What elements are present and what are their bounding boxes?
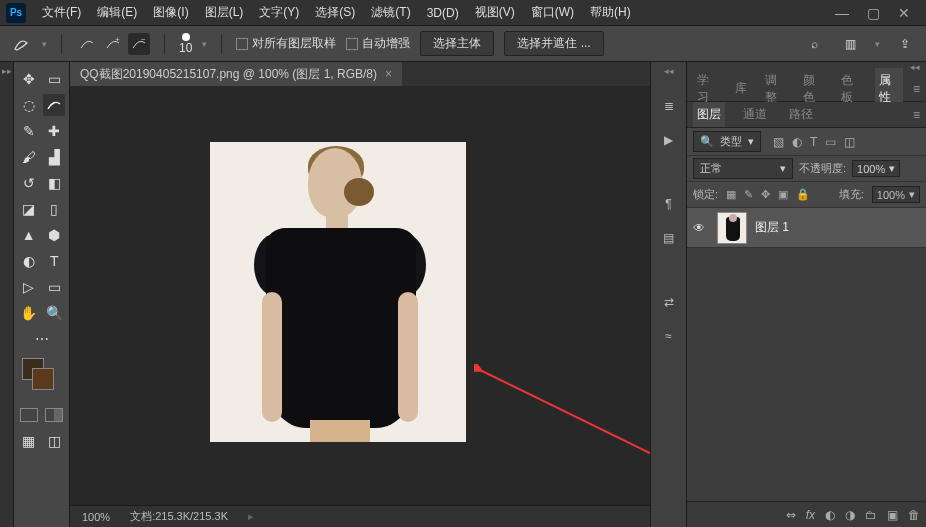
menu-layer[interactable]: 图层(L) xyxy=(197,0,252,25)
history-panel-icon[interactable]: ≣ xyxy=(659,96,679,116)
zoom-value[interactable]: 100% xyxy=(82,511,110,523)
close-button[interactable]: ✕ xyxy=(898,5,910,21)
menu-help[interactable]: 帮助(H) xyxy=(582,0,639,25)
visibility-eye-icon[interactable]: 👁 xyxy=(693,221,709,235)
canvas-viewport[interactable] xyxy=(70,86,650,505)
quick-selection-tool[interactable] xyxy=(43,94,65,116)
dodge-tool[interactable]: ◐ xyxy=(18,250,40,272)
filter-adjust-icon[interactable]: ◐ xyxy=(792,135,802,149)
lasso-tool[interactable]: ◌ xyxy=(18,94,40,116)
filter-smart-icon[interactable]: ◫ xyxy=(844,135,855,149)
subtract-selection-icon[interactable]: − xyxy=(128,33,150,55)
menu-select[interactable]: 选择(S) xyxy=(307,0,363,25)
screen-mode-icon[interactable]: ▦ xyxy=(18,430,40,452)
tab-paths[interactable]: 路径 xyxy=(785,102,817,127)
path-selection-tool[interactable]: ▷ xyxy=(18,276,40,298)
new-layer-icon[interactable]: ▣ xyxy=(887,508,898,522)
eraser-tool[interactable]: ◪ xyxy=(18,198,40,220)
shape-tool[interactable]: ▭ xyxy=(43,276,65,298)
adjustment-layer-icon[interactable]: ◑ xyxy=(845,508,855,522)
close-tab-icon[interactable]: × xyxy=(385,67,392,81)
crop-tool[interactable]: ▯ xyxy=(43,198,65,220)
standard-mode-icon[interactable] xyxy=(20,408,38,422)
layer-thumbnail[interactable] xyxy=(717,212,747,244)
delete-layer-icon[interactable]: 🗑 xyxy=(908,508,920,522)
marquee-tool[interactable]: ▭ xyxy=(43,68,65,90)
menu-filter[interactable]: 滤镜(T) xyxy=(363,0,418,25)
menu-image[interactable]: 图像(I) xyxy=(145,0,196,25)
auto-enhance-checkbox[interactable]: 自动增强 xyxy=(346,35,410,52)
color-swatches[interactable] xyxy=(22,358,67,394)
screen-mode-alt-icon[interactable]: ◫ xyxy=(43,430,65,452)
tab-libraries[interactable]: 库 xyxy=(731,76,751,101)
workspace-icon[interactable]: ▥ xyxy=(839,33,861,55)
menu-type[interactable]: 文字(Y) xyxy=(251,0,307,25)
layer-filter-kind-select[interactable]: 🔍类型▾ xyxy=(693,131,761,152)
layer-name-label[interactable]: 图层 1 xyxy=(755,219,789,236)
select-and-mask-button[interactable]: 选择并遮住 ... xyxy=(504,31,603,56)
left-collapse-strip[interactable]: ▸▸ xyxy=(0,62,14,527)
search-icon[interactable]: ⌕ xyxy=(803,33,825,55)
menu-edit[interactable]: 编辑(E) xyxy=(89,0,145,25)
move-tool[interactable]: ✥ xyxy=(18,68,40,90)
filter-type-icon[interactable]: T xyxy=(810,135,817,149)
blend-mode-select[interactable]: 正常▾ xyxy=(693,158,793,179)
layer-style-icon[interactable]: fx xyxy=(806,508,815,522)
layer-row[interactable]: 👁 图层 1 xyxy=(687,208,926,248)
menu-view[interactable]: 视图(V) xyxy=(467,0,523,25)
layers-list: 👁 图层 1 xyxy=(687,208,926,501)
menu-3d[interactable]: 3D(D) xyxy=(419,2,467,24)
lock-transparent-icon[interactable]: ▦ xyxy=(726,188,736,201)
collapse-strip-icon[interactable]: ◂◂ xyxy=(664,66,674,76)
share-icon[interactable]: ⇪ xyxy=(894,33,916,55)
healing-brush-tool[interactable]: ✚ xyxy=(43,120,65,142)
document-tab[interactable]: QQ截图20190405215107.png @ 100% (图层 1, RGB… xyxy=(70,62,402,86)
brush-tool[interactable]: 🖌 xyxy=(18,146,40,168)
link-layers-icon[interactable]: ⇔ xyxy=(786,508,796,522)
edit-toolbar[interactable]: ⋯ xyxy=(31,328,53,350)
lock-image-icon[interactable]: ✎ xyxy=(744,188,753,201)
eyedropper-tool[interactable]: ✎ xyxy=(18,120,40,142)
right-panels: ◂◂ 学习 库 调整 颜色 色板 属性 ≡ 图层 通道 路径 ≡ 🔍类型▾ ▧ … xyxy=(686,62,926,527)
menu-window[interactable]: 窗口(W) xyxy=(523,0,582,25)
character-panel-icon[interactable]: ▤ xyxy=(659,228,679,248)
select-subject-button[interactable]: 选择主体 xyxy=(420,31,494,56)
blur-tool[interactable]: ⬢ xyxy=(43,224,65,246)
gradient-tool[interactable]: ◧ xyxy=(43,172,65,194)
menu-file[interactable]: 文件(F) xyxy=(34,0,89,25)
tab-layers[interactable]: 图层 xyxy=(693,102,725,127)
brush-size-picker[interactable]: 10 xyxy=(179,33,192,55)
clone-stamp-tool[interactable]: ▟ xyxy=(43,146,65,168)
type-tool[interactable]: T xyxy=(43,250,65,272)
tab-channels[interactable]: 通道 xyxy=(739,102,771,127)
pen-tool[interactable]: ▲ xyxy=(18,224,40,246)
actions-panel-icon[interactable]: ▶ xyxy=(659,130,679,150)
fill-input[interactable]: 100%▾ xyxy=(872,186,920,203)
zoom-tool[interactable]: 🔍 xyxy=(43,302,65,324)
sample-all-layers-checkbox[interactable]: 对所有图层取样 xyxy=(236,35,336,52)
layer-mask-icon[interactable]: ◐ xyxy=(825,508,835,522)
lock-artboard-icon[interactable]: ▣ xyxy=(778,188,788,201)
filter-shape-icon[interactable]: ▭ xyxy=(825,135,836,149)
status-chevron-icon[interactable]: ▸ xyxy=(248,510,254,523)
paragraph-panel-icon[interactable]: ¶ xyxy=(659,194,679,214)
maximize-button[interactable]: ▢ xyxy=(867,5,880,21)
lock-position-icon[interactable]: ✥ xyxy=(761,188,770,201)
add-selection-icon[interactable]: + xyxy=(102,33,124,55)
panel-menu-icon[interactable]: ≡ xyxy=(913,82,920,96)
hand-tool[interactable]: ✋ xyxy=(18,302,40,324)
new-selection-icon[interactable] xyxy=(76,33,98,55)
history-brush-tool[interactable]: ↺ xyxy=(18,172,40,194)
minimize-button[interactable]: — xyxy=(835,5,849,21)
adjustments-panel-icon[interactable]: ⇄ xyxy=(659,292,679,312)
lock-all-icon[interactable]: 🔒 xyxy=(796,188,810,201)
layers-panel-menu-icon[interactable]: ≡ xyxy=(913,108,920,122)
filter-pixel-icon[interactable]: ▧ xyxy=(773,135,784,149)
background-color[interactable] xyxy=(32,368,54,390)
styles-panel-icon[interactable]: ≈ xyxy=(659,326,679,346)
opacity-input[interactable]: 100%▾ xyxy=(852,160,900,177)
doc-size-info[interactable]: 文档:215.3K/215.3K xyxy=(130,509,228,524)
tool-preset-icon[interactable] xyxy=(10,33,32,55)
group-icon[interactable]: 🗀 xyxy=(865,508,877,522)
quickmask-mode-icon[interactable] xyxy=(45,408,63,422)
